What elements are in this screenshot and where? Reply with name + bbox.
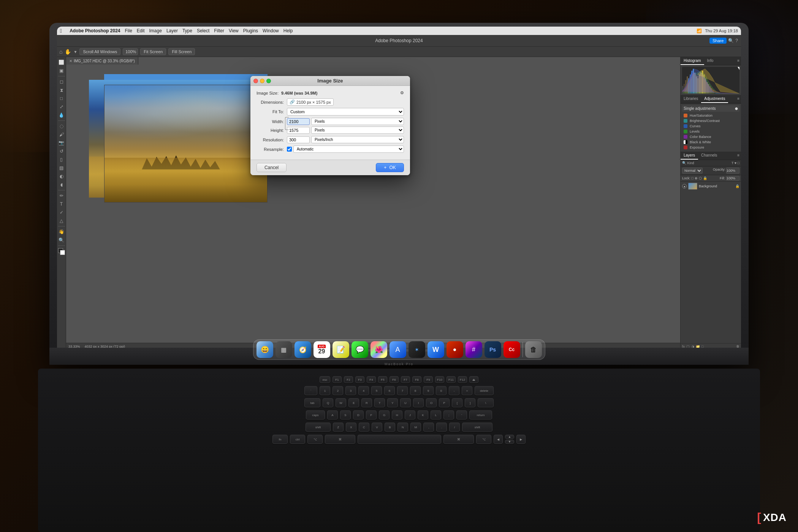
width-unit-select[interactable]: Pixels: [311, 118, 404, 125]
cmd-left-key[interactable]: ⌘: [325, 435, 355, 444]
layers-tab[interactable]: Layers: [681, 152, 698, 160]
adjustment-black-white[interactable]: Black & White: [682, 139, 739, 145]
lbracket-key[interactable]: [: [452, 398, 462, 407]
home-icon[interactable]: ⌂: [59, 49, 62, 55]
clone-stamp-tool[interactable]: 📷: [58, 139, 65, 147]
arrow-up-key[interactable]: ▲: [505, 435, 514, 439]
rectangular-marquee-tool[interactable]: ◻: [58, 78, 65, 86]
comma-key[interactable]: ,: [423, 423, 434, 432]
menu-app-name[interactable]: Adobe Photoshop 2024: [70, 28, 120, 33]
b-key[interactable]: B: [385, 423, 395, 432]
menu-edit[interactable]: Edit: [137, 28, 145, 33]
fill-screen-button[interactable]: Fill Screen: [168, 48, 195, 55]
esc-key[interactable]: esc: [320, 376, 330, 383]
c-key[interactable]: C: [359, 423, 369, 432]
height-unit-select[interactable]: Pixels: [311, 127, 404, 134]
space-key[interactable]: [358, 435, 441, 444]
share-button[interactable]: Share: [709, 38, 727, 44]
layer-background[interactable]: ● Background 🔒: [681, 182, 741, 191]
zoom-tool[interactable]: 🔍: [58, 236, 65, 244]
8-key[interactable]: 8: [410, 386, 421, 395]
slash-key[interactable]: /: [449, 423, 460, 432]
ps-canvas[interactable]: ✕ IMG_1207.HEIC @ 33.3% (RGB/8*): [66, 57, 680, 350]
period-key[interactable]: .: [436, 423, 447, 432]
adjustment-levels[interactable]: Levels: [682, 129, 739, 134]
o-key[interactable]: O: [426, 398, 437, 407]
backslash-key[interactable]: \: [478, 398, 494, 407]
4-key[interactable]: 4: [358, 386, 369, 395]
k-key[interactable]: K: [418, 410, 428, 420]
fit-to-select[interactable]: Custom: [287, 108, 404, 116]
ok-button[interactable]: + OK: [376, 163, 404, 172]
menu-image[interactable]: Image: [149, 28, 162, 33]
a-key[interactable]: A: [327, 410, 338, 420]
t-key[interactable]: T: [374, 398, 385, 407]
panel-menu-icon[interactable]: ≡: [736, 57, 741, 65]
menu-file[interactable]: File: [125, 28, 132, 33]
hand-tool[interactable]: 👋: [58, 228, 65, 236]
foreground-color[interactable]: [58, 248, 65, 255]
menu-window[interactable]: Window: [263, 28, 279, 33]
3-key[interactable]: 3: [345, 386, 356, 395]
6-key[interactable]: 6: [384, 386, 395, 395]
gradient-tool[interactable]: ▧: [58, 164, 65, 172]
resolution-unit-select[interactable]: Pixels/Inch: [311, 136, 404, 143]
g-key[interactable]: G: [379, 410, 390, 420]
equals-key[interactable]: =: [462, 386, 472, 395]
f11-key[interactable]: F11: [446, 376, 456, 383]
menu-plugins[interactable]: Plugins: [243, 28, 258, 33]
n-key[interactable]: N: [397, 423, 408, 432]
zoom-level-display[interactable]: 100%: [123, 48, 138, 55]
resolution-input[interactable]: 300: [287, 136, 310, 143]
grid-view-icon[interactable]: ⬢: [735, 107, 738, 111]
y-key[interactable]: Y: [387, 398, 398, 407]
v-key[interactable]: V: [372, 423, 382, 432]
healing-brush-tool[interactable]: ◌: [58, 122, 65, 130]
arrow-down-key[interactable]: ▼: [505, 440, 514, 444]
brush-tool[interactable]: 🖌: [58, 131, 65, 138]
shift-left-key[interactable]: shift: [306, 423, 331, 432]
9-key[interactable]: 9: [423, 386, 434, 395]
menu-help[interactable]: Help: [283, 28, 293, 33]
adjustment-brightness-contrast[interactable]: Brightness/Contrast: [682, 118, 739, 124]
path-select-tool[interactable]: ✓: [58, 209, 65, 216]
lock-all-icon[interactable]: 🔒: [703, 176, 707, 180]
adjustment-hue-saturation[interactable]: Hue/Saturation: [682, 113, 739, 118]
s-key[interactable]: S: [340, 410, 351, 420]
tilde-key[interactable]: `: [304, 386, 317, 395]
resample-checkbox[interactable]: [287, 147, 292, 152]
text-tool[interactable]: T: [58, 200, 65, 208]
object-select-tool[interactable]: □: [58, 95, 65, 102]
resample-select[interactable]: Automatic: [293, 146, 404, 153]
menu-filter[interactable]: Filter: [214, 28, 224, 33]
artboard-tool[interactable]: ▣: [58, 67, 65, 74]
crop-tool[interactable]: ⤢: [58, 103, 65, 111]
lasso-tool[interactable]: ⧗: [58, 86, 65, 94]
opacity-input[interactable]: 100%: [726, 168, 739, 174]
blur-tool[interactable]: ◐: [58, 173, 65, 180]
f10-key[interactable]: F10: [435, 376, 444, 383]
lock-pixels-icon[interactable]: □: [692, 176, 694, 180]
dialog-close-button[interactable]: [253, 79, 258, 83]
r-key[interactable]: R: [361, 398, 372, 407]
2-key[interactable]: 2: [332, 386, 343, 395]
move-tool[interactable]: ⬜: [58, 59, 65, 66]
fill-input[interactable]: 100%: [726, 176, 739, 180]
fit-screen-button[interactable]: Fit Screen: [140, 48, 166, 55]
return-key[interactable]: return: [469, 410, 492, 420]
arrow-left-key[interactable]: ◀: [494, 435, 503, 444]
w-key[interactable]: W: [336, 398, 346, 407]
1-key[interactable]: 1: [320, 386, 330, 395]
help-icon[interactable]: ?: [735, 38, 738, 43]
height-input[interactable]: 1575: [287, 127, 310, 134]
7-key[interactable]: 7: [397, 386, 408, 395]
adjustment-color-balance[interactable]: Color Balance: [682, 134, 739, 139]
search-icon[interactable]: 🔍: [728, 38, 734, 43]
f1-key[interactable]: F1: [332, 376, 342, 383]
capslock-key[interactable]: caps: [306, 410, 325, 420]
menu-view[interactable]: View: [229, 28, 239, 33]
ctrl-key[interactable]: ctrl: [290, 435, 305, 444]
libraries-tab[interactable]: Libraries: [681, 95, 701, 103]
chevron-icon[interactable]: ▼: [73, 50, 77, 54]
f4-key[interactable]: F4: [367, 376, 376, 383]
